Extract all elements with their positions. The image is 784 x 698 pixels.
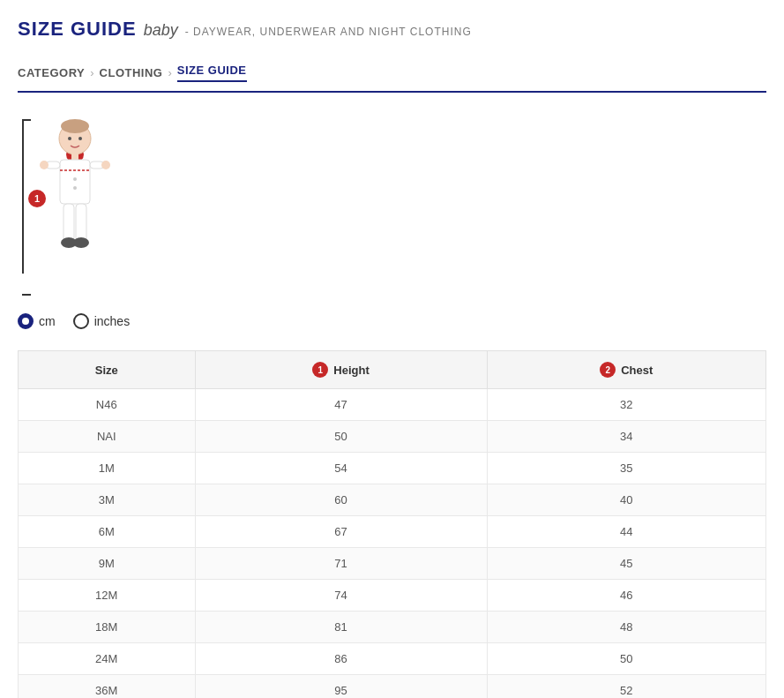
svg-rect-13	[76, 204, 86, 241]
image-section: 1 2	[18, 119, 766, 296]
cell-height: 67	[195, 516, 487, 548]
cell-height: 95	[195, 675, 487, 699]
cell-size: NAI	[19, 421, 196, 453]
breadcrumb-sep-2: ›	[168, 66, 171, 79]
breadcrumb-size-guide: SIZE GUIDE	[177, 64, 247, 82]
col-header-height: 1 Height	[195, 351, 487, 389]
cell-chest: 52	[487, 675, 765, 699]
baby-image-container: 1 2	[18, 119, 159, 296]
cell-height: 74	[195, 580, 487, 612]
svg-rect-4	[71, 153, 78, 160]
col-height-label: Height	[333, 364, 369, 377]
cm-radio[interactable]	[18, 313, 34, 329]
table-row: 1M5435	[19, 453, 766, 484]
cell-chest: 40	[487, 484, 765, 516]
cell-chest: 32	[487, 389, 765, 421]
svg-point-6	[73, 177, 77, 181]
cell-height: 71	[195, 548, 487, 580]
cell-height: 81	[195, 612, 487, 643]
bracket-line	[22, 119, 24, 274]
table-row: 12M7446	[19, 580, 766, 612]
svg-rect-5	[60, 160, 90, 204]
bracket-bottom	[22, 294, 31, 296]
table-row: NAI5034	[19, 421, 766, 453]
table-row: N464732	[19, 389, 766, 421]
breadcrumb: CATEGORY › CLOTHING › SIZE GUIDE	[18, 55, 766, 93]
cell-chest: 34	[487, 421, 765, 453]
table-header-row: Size 1 Height 2 Chest	[19, 351, 766, 389]
cell-size: 18M	[19, 612, 196, 643]
breadcrumb-sep-1: ›	[90, 66, 93, 79]
cell-size: 1M	[19, 453, 196, 484]
page-title-section: SIZE GUIDE baby - DAYWEAR, UNDERWEAR AND…	[18, 18, 766, 41]
cm-option[interactable]: cm	[18, 313, 56, 329]
title-main: SIZE GUIDE	[18, 18, 137, 41]
col-size-label: Size	[95, 364, 118, 377]
cell-chest: 35	[487, 453, 765, 484]
cell-size: N46	[19, 389, 196, 421]
breadcrumb-category[interactable]: CATEGORY	[18, 66, 85, 79]
title-desc: - DAYWEAR, UNDERWEAR AND NIGHT CLOTHING	[185, 26, 472, 38]
svg-point-10	[40, 161, 49, 169]
table-row: 6M6744	[19, 516, 766, 548]
cell-chest: 44	[487, 516, 765, 548]
bracket-top	[22, 119, 31, 121]
size-table: Size 1 Height 2 Chest N464732NA	[18, 350, 766, 698]
unit-selector: cm inches	[18, 313, 766, 329]
cell-chest: 46	[487, 580, 765, 612]
baby-figure	[35, 119, 115, 282]
title-sub: baby	[144, 21, 178, 40]
col-chest-label: Chest	[621, 364, 653, 377]
col-chest-badge: 2	[600, 362, 616, 378]
table-row: 18M8148	[19, 612, 766, 643]
table-row: 24M8650	[19, 643, 766, 675]
svg-point-2	[68, 137, 71, 140]
inches-radio[interactable]	[73, 313, 89, 329]
svg-point-3	[78, 137, 82, 140]
col-header-size: Size	[19, 351, 196, 389]
cell-height: 86	[195, 643, 487, 675]
cell-height: 60	[195, 484, 487, 516]
cell-size: 9M	[19, 548, 196, 580]
inches-option[interactable]: inches	[73, 313, 130, 329]
cell-size: 24M	[19, 643, 196, 675]
breadcrumb-clothing[interactable]: CLOTHING	[100, 66, 163, 79]
cell-size: 6M	[19, 516, 196, 548]
cell-chest: 45	[487, 548, 765, 580]
inches-label: inches	[94, 314, 130, 328]
cell-chest: 50	[487, 643, 765, 675]
cell-size: 12M	[19, 580, 196, 612]
cell-height: 50	[195, 421, 487, 453]
cm-label: cm	[39, 314, 56, 328]
svg-point-7	[73, 186, 77, 190]
svg-point-15	[73, 237, 89, 248]
cell-chest: 48	[487, 612, 765, 643]
cell-height: 47	[195, 389, 487, 421]
svg-rect-12	[63, 204, 74, 241]
svg-point-11	[101, 161, 110, 169]
col-height-badge: 1	[312, 362, 328, 378]
col-header-chest: 2 Chest	[487, 351, 765, 389]
page-wrapper: SIZE GUIDE baby - DAYWEAR, UNDERWEAR AND…	[0, 0, 784, 698]
table-row: 9M7145	[19, 548, 766, 580]
table-row: 3M6040	[19, 484, 766, 516]
cell-size: 3M	[19, 484, 196, 516]
svg-point-1	[61, 119, 89, 133]
cell-height: 54	[195, 453, 487, 484]
table-row: 36M9552	[19, 675, 766, 699]
cell-size: 36M	[19, 675, 196, 699]
